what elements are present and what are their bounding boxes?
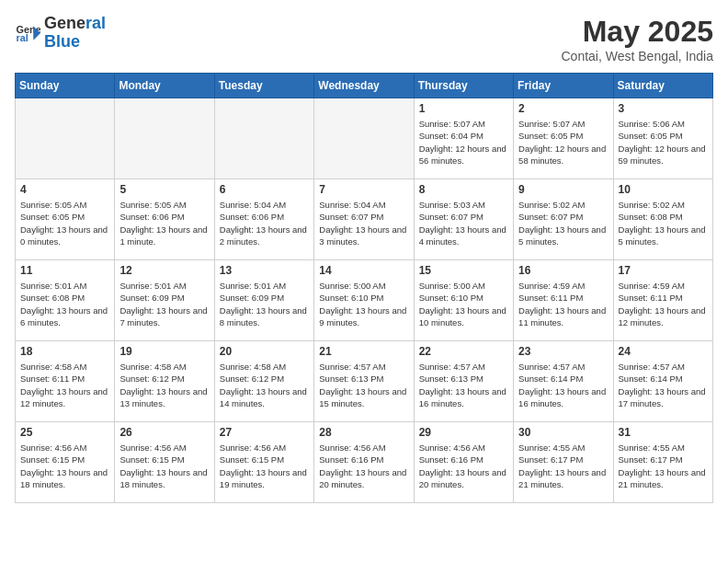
header-cell-thursday: Thursday	[414, 74, 513, 98]
calendar-cell	[115, 98, 214, 179]
cell-info: Sunrise: 5:07 AMSunset: 6:05 PMDaylight:…	[518, 118, 608, 167]
calendar-cell: 27Sunrise: 4:56 AMSunset: 6:15 PMDayligh…	[214, 422, 313, 503]
header-cell-friday: Friday	[514, 74, 613, 98]
calendar-cell: 9Sunrise: 5:02 AMSunset: 6:07 PMDaylight…	[514, 179, 613, 260]
cell-info: Sunrise: 4:58 AMSunset: 6:12 PMDaylight:…	[220, 361, 309, 409]
calendar-table: SundayMondayTuesdayWednesdayThursdayFrid…	[15, 73, 713, 503]
week-row-4: 18Sunrise: 4:58 AMSunset: 6:11 PMDayligh…	[16, 341, 713, 422]
cell-info: Sunrise: 4:57 AMSunset: 6:13 PMDaylight:…	[419, 361, 508, 409]
day-number: 2	[518, 102, 608, 115]
header-cell-wednesday: Wednesday	[314, 74, 414, 98]
week-row-3: 11Sunrise: 5:01 AMSunset: 6:08 PMDayligh…	[16, 260, 713, 341]
calendar-cell: 12Sunrise: 5:01 AMSunset: 6:09 PMDayligh…	[115, 260, 214, 341]
cell-info: Sunrise: 4:57 AMSunset: 6:14 PMDaylight:…	[518, 361, 608, 409]
header-cell-monday: Monday	[115, 74, 214, 98]
cell-info: Sunrise: 5:04 AMSunset: 6:07 PMDaylight:…	[319, 199, 408, 247]
calendar-cell: 2Sunrise: 5:07 AMSunset: 6:05 PMDaylight…	[514, 98, 613, 179]
calendar-cell: 5Sunrise: 5:05 AMSunset: 6:06 PMDaylight…	[115, 179, 214, 260]
day-number: 9	[518, 183, 608, 196]
logo-line2: Blue	[44, 33, 106, 52]
day-number: 6	[220, 183, 309, 196]
logo: Gene ral General Blue	[15, 15, 106, 52]
title-area: May 2025 Contai, West Bengal, India	[561, 15, 713, 63]
cell-info: Sunrise: 4:55 AMSunset: 6:17 PMDaylight:…	[619, 442, 708, 490]
day-number: 1	[419, 102, 508, 115]
cell-info: Sunrise: 5:04 AMSunset: 6:06 PMDaylight:…	[220, 199, 309, 247]
calendar-cell: 11Sunrise: 5:01 AMSunset: 6:08 PMDayligh…	[16, 260, 115, 341]
cell-info: Sunrise: 5:01 AMSunset: 6:09 PMDaylight:…	[220, 280, 309, 328]
cell-info: Sunrise: 5:05 AMSunset: 6:06 PMDaylight:…	[119, 199, 209, 247]
cell-info: Sunrise: 5:03 AMSunset: 6:07 PMDaylight:…	[419, 199, 508, 247]
day-number: 4	[20, 183, 109, 196]
week-row-5: 25Sunrise: 4:56 AMSunset: 6:15 PMDayligh…	[16, 422, 713, 503]
header: Gene ral General Blue May 2025 Contai, W…	[15, 15, 713, 63]
day-number: 3	[619, 102, 708, 115]
calendar-cell: 19Sunrise: 4:58 AMSunset: 6:12 PMDayligh…	[115, 341, 214, 422]
calendar-cell: 21Sunrise: 4:57 AMSunset: 6:13 PMDayligh…	[314, 341, 414, 422]
logo-line1: General	[44, 15, 106, 33]
week-row-2: 4Sunrise: 5:05 AMSunset: 6:05 PMDaylight…	[16, 179, 713, 260]
calendar-cell: 18Sunrise: 4:58 AMSunset: 6:11 PMDayligh…	[16, 341, 115, 422]
cell-info: Sunrise: 5:05 AMSunset: 6:05 PMDaylight:…	[20, 199, 109, 247]
day-number: 24	[619, 345, 708, 358]
day-number: 27	[220, 426, 309, 439]
cell-info: Sunrise: 4:56 AMSunset: 6:15 PMDaylight:…	[220, 442, 309, 490]
cell-info: Sunrise: 4:56 AMSunset: 6:16 PMDaylight:…	[419, 442, 508, 490]
calendar-cell: 30Sunrise: 4:55 AMSunset: 6:17 PMDayligh…	[514, 422, 613, 503]
cell-info: Sunrise: 5:00 AMSunset: 6:10 PMDaylight:…	[319, 280, 408, 328]
day-number: 10	[619, 183, 708, 196]
day-number: 20	[220, 345, 309, 358]
cell-info: Sunrise: 4:57 AMSunset: 6:14 PMDaylight:…	[619, 361, 708, 409]
calendar-cell: 7Sunrise: 5:04 AMSunset: 6:07 PMDaylight…	[314, 179, 414, 260]
calendar-cell: 15Sunrise: 5:00 AMSunset: 6:10 PMDayligh…	[414, 260, 513, 341]
calendar-cell: 26Sunrise: 4:56 AMSunset: 6:15 PMDayligh…	[115, 422, 214, 503]
calendar-cell: 17Sunrise: 4:59 AMSunset: 6:11 PMDayligh…	[613, 260, 712, 341]
cell-info: Sunrise: 5:01 AMSunset: 6:09 PMDaylight:…	[119, 280, 209, 328]
cell-info: Sunrise: 4:56 AMSunset: 6:15 PMDaylight:…	[20, 442, 109, 490]
day-number: 5	[119, 183, 209, 196]
calendar-cell: 24Sunrise: 4:57 AMSunset: 6:14 PMDayligh…	[613, 341, 712, 422]
calendar-cell: 22Sunrise: 4:57 AMSunset: 6:13 PMDayligh…	[414, 341, 513, 422]
day-number: 17	[619, 264, 708, 277]
day-number: 25	[20, 426, 109, 439]
day-number: 18	[20, 345, 109, 358]
calendar-cell: 3Sunrise: 5:06 AMSunset: 6:05 PMDaylight…	[613, 98, 712, 179]
header-cell-saturday: Saturday	[613, 74, 712, 98]
cell-info: Sunrise: 4:56 AMSunset: 6:16 PMDaylight:…	[319, 442, 408, 490]
day-number: 13	[220, 264, 309, 277]
day-number: 26	[119, 426, 209, 439]
month-title: May 2025	[561, 15, 713, 49]
logo-icon: Gene ral	[15, 20, 40, 46]
day-number: 21	[319, 345, 408, 358]
day-number: 22	[419, 345, 508, 358]
cell-info: Sunrise: 4:59 AMSunset: 6:11 PMDaylight:…	[518, 280, 608, 328]
calendar-cell: 20Sunrise: 4:58 AMSunset: 6:12 PMDayligh…	[214, 341, 313, 422]
day-number: 15	[419, 264, 508, 277]
calendar-cell: 16Sunrise: 4:59 AMSunset: 6:11 PMDayligh…	[514, 260, 613, 341]
cell-info: Sunrise: 4:57 AMSunset: 6:13 PMDaylight:…	[319, 361, 408, 409]
calendar-cell	[214, 98, 313, 179]
week-row-1: 1Sunrise: 5:07 AMSunset: 6:04 PMDaylight…	[16, 98, 713, 179]
calendar-cell: 8Sunrise: 5:03 AMSunset: 6:07 PMDaylight…	[414, 179, 513, 260]
cell-info: Sunrise: 5:01 AMSunset: 6:08 PMDaylight:…	[20, 280, 109, 328]
header-cell-tuesday: Tuesday	[214, 74, 313, 98]
cell-info: Sunrise: 4:58 AMSunset: 6:12 PMDaylight:…	[119, 361, 209, 409]
header-cell-sunday: Sunday	[16, 74, 115, 98]
calendar-cell: 23Sunrise: 4:57 AMSunset: 6:14 PMDayligh…	[514, 341, 613, 422]
calendar-cell	[314, 98, 414, 179]
day-number: 11	[20, 264, 109, 277]
calendar-cell: 6Sunrise: 5:04 AMSunset: 6:06 PMDaylight…	[214, 179, 313, 260]
day-number: 16	[518, 264, 608, 277]
cell-info: Sunrise: 4:59 AMSunset: 6:11 PMDaylight:…	[619, 280, 708, 328]
cell-info: Sunrise: 5:02 AMSunset: 6:07 PMDaylight:…	[518, 199, 608, 247]
calendar-cell: 31Sunrise: 4:55 AMSunset: 6:17 PMDayligh…	[613, 422, 712, 503]
day-number: 14	[319, 264, 408, 277]
day-number: 19	[119, 345, 209, 358]
cell-info: Sunrise: 4:58 AMSunset: 6:11 PMDaylight:…	[20, 361, 109, 409]
calendar-cell: 25Sunrise: 4:56 AMSunset: 6:15 PMDayligh…	[16, 422, 115, 503]
day-number: 31	[619, 426, 708, 439]
calendar-cell: 4Sunrise: 5:05 AMSunset: 6:05 PMDaylight…	[16, 179, 115, 260]
cell-info: Sunrise: 4:55 AMSunset: 6:17 PMDaylight:…	[518, 442, 608, 490]
day-number: 7	[319, 183, 408, 196]
calendar-cell: 1Sunrise: 5:07 AMSunset: 6:04 PMDaylight…	[414, 98, 513, 179]
